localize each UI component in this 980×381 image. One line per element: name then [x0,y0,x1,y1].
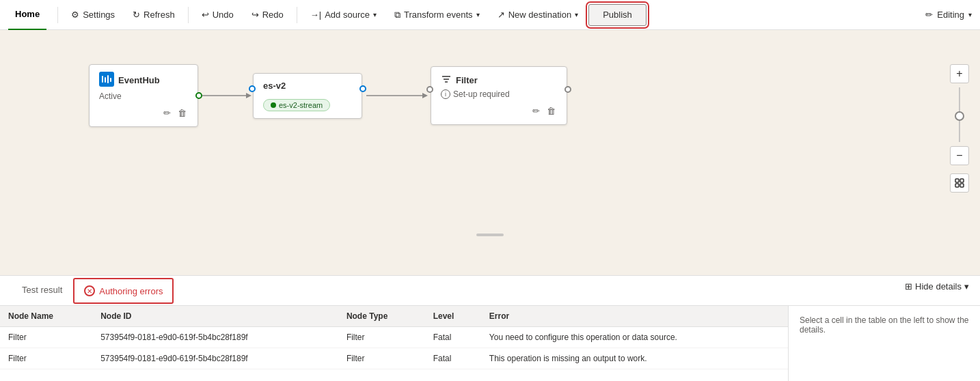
stream-dot [271,102,276,108]
refresh-icon: ↻ [133,10,140,20]
undo-icon: ↩ [202,10,209,20]
settings-button[interactable]: ⚙ Settings [64,4,122,26]
refresh-button[interactable]: ↻ Refresh [125,4,182,26]
top-bar: Home ⚙ Settings ↻ Refresh ↩ Undo ↪ Redo … [0,0,980,30]
eventhub-icon [99,72,114,89]
filter-input-port [426,86,433,93]
undo-button[interactable]: ↩ Undo [194,4,241,26]
col-level: Level [425,306,481,327]
add-source-icon: →| [310,10,321,20]
cell-level: Fatal [425,327,481,348]
separator-2 [188,7,189,23]
svg-rect-0 [955,179,959,182]
chevron-down-icon: ▾ [373,11,377,18]
cell-node-id: 573954f9-0181-e9d0-619f-5b4bc28f189f [92,327,338,348]
eventhub-status: Active [99,91,188,101]
cell-node-name: Filter [0,327,92,348]
bottom-panel: Test result ✕ Authoring errors ⊞ Hide de… [0,275,980,381]
zoom-slider[interactable] [959,87,960,142]
settings-icon: ⚙ [71,10,79,20]
svg-rect-6 [105,77,106,83]
svg-marker-11 [422,93,428,98]
hide-details-icon: ⊞ [905,281,912,292]
table-row[interactable]: Filter573954f9-0181-e9d0-619f-5b4bc28f18… [0,327,788,348]
add-source-button[interactable]: →| Add source ▾ [303,4,384,26]
esv2-input-port [249,85,256,92]
error-icon: ✕ [84,285,95,296]
col-error: Error [481,306,788,327]
col-node-id: Node ID [92,306,338,327]
scroll-indicator [476,234,504,236]
transform-icon: ⧉ [394,10,400,20]
cell-level: Fatal [425,348,481,369]
svg-rect-8 [110,78,111,82]
col-node-type: Node Type [338,306,425,327]
filter-icon [441,74,452,87]
zoom-in-button[interactable]: + [950,64,969,83]
svg-rect-7 [107,75,109,83]
cell-node-id: 573954f9-0181-e9d0-619f-5b4bc28f189f [92,348,338,369]
stream-tag: es-v2-stream [263,99,330,111]
eventhub-delete-button[interactable]: 🗑 [176,107,188,119]
publish-button[interactable]: Publish [588,4,646,26]
separator-3 [297,7,297,23]
esv2-node[interactable]: es-v2 es-v2-stream [253,73,362,119]
zoom-slider-thumb[interactable] [955,111,964,121]
cell-node-name: Filter [0,348,92,369]
filter-output-port [564,86,571,93]
svg-rect-5 [102,76,103,83]
col-node-name: Node Name [0,306,92,327]
canvas: + − [0,30,980,242]
editing-area: ✏ Editing ▾ [925,10,972,20]
svg-rect-1 [960,179,964,182]
home-tab[interactable]: Home [8,0,46,30]
svg-marker-10 [246,93,251,98]
hide-details-chevron-icon: ▾ [964,281,969,292]
error-table: Node Name Node ID Node Type Level Error … [0,306,789,381]
cell-error: This operation is missing an output to w… [481,348,788,369]
svg-rect-3 [960,184,964,187]
fit-to-screen-button[interactable] [950,173,969,193]
cell-node-type: Filter [338,348,425,369]
filter-edit-button[interactable]: ✏ [531,104,541,117]
redo-icon: ↪ [251,10,259,20]
redo-button[interactable]: ↪ Redo [244,4,291,26]
eventhub-edit-button[interactable]: ✏ [162,107,172,119]
zoom-controls: + − [950,64,969,193]
setup-required-badge: i Set-up required [441,89,557,99]
cell-error: You need to configure this operation or … [481,327,788,348]
table-row[interactable]: Filter573954f9-0181-e9d0-619f-5b4bc28f18… [0,348,788,369]
svg-rect-4 [99,72,114,87]
separator-1 [57,7,58,23]
error-table-container: Node Name Node ID Node Type Level Error … [0,306,980,381]
zoom-out-button[interactable]: − [950,146,969,165]
cell-node-type: Filter [338,327,425,348]
destination-icon: ↗ [498,10,505,20]
chevron-down-icon-3: ▾ [575,11,578,18]
tab-authoring-errors[interactable]: ✕ Authoring errors [73,278,174,304]
editing-chevron-icon: ▾ [968,11,972,18]
new-destination-button[interactable]: ↗ New destination ▾ [490,4,586,26]
info-icon: i [441,89,450,99]
filter-delete-button[interactable]: 🗑 [545,104,557,117]
filter-node[interactable]: Filter i Set-up required ✏ 🗑 [431,66,567,125]
svg-rect-2 [955,184,959,187]
detail-panel: Select a cell in the table on the left t… [789,306,980,381]
tab-test-result[interactable]: Test result [11,275,73,305]
chevron-down-icon-2: ▾ [476,11,480,18]
edit-icon: ✏ [925,10,933,20]
transform-events-button[interactable]: ⧉ Transform events ▾ [387,4,487,26]
eventhub-node[interactable]: EventHub Active ✏ 🗑 [89,64,198,127]
hide-details-button[interactable]: ⊞ Hide details ▾ [905,281,969,292]
tab-bar: Test result ✕ Authoring errors ⊞ Hide de… [0,276,980,306]
